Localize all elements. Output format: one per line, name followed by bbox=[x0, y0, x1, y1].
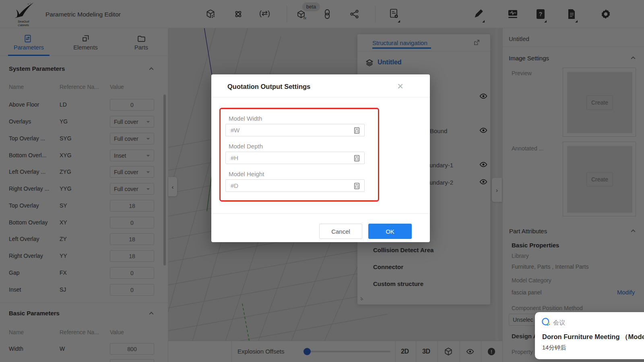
ok-button[interactable]: OK bbox=[368, 224, 412, 239]
modal-footer-divider bbox=[211, 213, 430, 214]
calculator-icon[interactable] bbox=[354, 155, 360, 162]
meeting-notification-toast[interactable]: 会议 Doron Furniture Meeting （Mode 14分钟后 bbox=[535, 312, 644, 359]
calculator-icon[interactable] bbox=[354, 183, 360, 189]
model-width-input[interactable] bbox=[225, 124, 365, 136]
toast-app-label: 会议 bbox=[553, 319, 565, 327]
quotation-output-settings-modal: Quotation Output Settings × Model Width … bbox=[211, 74, 430, 242]
cancel-button[interactable]: Cancel bbox=[319, 224, 362, 239]
model-depth-label: Model Depth bbox=[229, 143, 263, 150]
toast-title: Doron Furniture Meeting （Mode bbox=[542, 333, 644, 341]
modal-title: Quotation Output Settings bbox=[227, 83, 310, 90]
toast-time: 14分钟后 bbox=[542, 344, 566, 352]
model-height-label: Model Height bbox=[229, 171, 264, 177]
model-depth-input[interactable] bbox=[225, 152, 365, 164]
wecom-meeting-icon bbox=[541, 317, 551, 327]
model-width-label: Model Width bbox=[229, 115, 262, 122]
calculator-icon[interactable] bbox=[354, 127, 360, 134]
modal-header-divider bbox=[211, 97, 430, 97]
app-window: SeaGull Cabinets Parametric Modeling Edi… bbox=[0, 0, 644, 362]
model-height-input[interactable] bbox=[225, 179, 365, 192]
close-icon[interactable]: × bbox=[397, 80, 403, 93]
